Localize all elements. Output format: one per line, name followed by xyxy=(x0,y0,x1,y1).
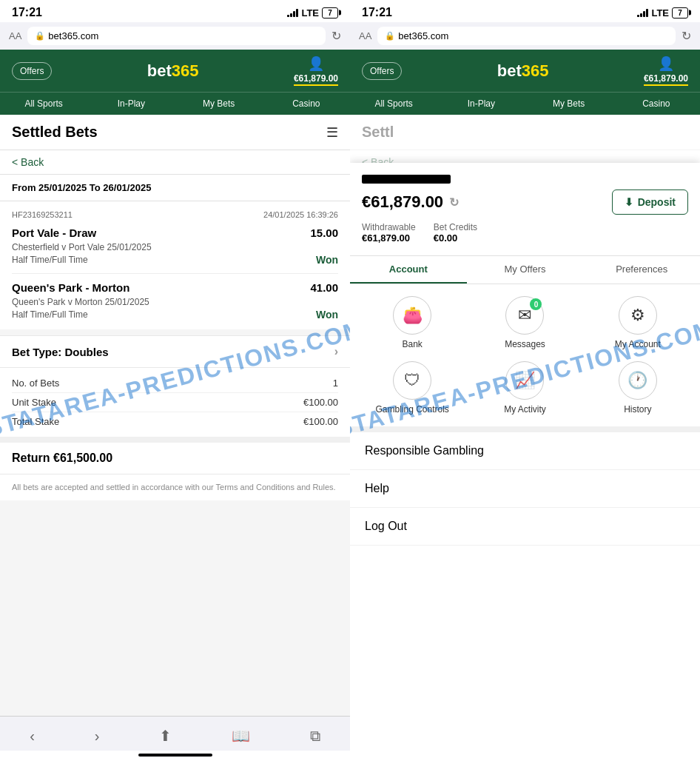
bet-summary-left: No. of Bets 1 Unit Stake €100.00 Total S… xyxy=(0,367,350,437)
nav-all-sports-right[interactable]: All Sports xyxy=(350,93,437,115)
deposit-icon: ⬇ xyxy=(625,196,633,208)
ios-forward-left[interactable]: › xyxy=(89,725,106,748)
bank-item[interactable]: 👛 Bank xyxy=(362,296,462,349)
messages-item[interactable]: ✉ 0 Messages xyxy=(474,296,575,349)
back-link-left[interactable]: < Back xyxy=(0,150,350,175)
refresh-icon-right[interactable]: ↻ xyxy=(682,29,691,43)
balance-row-dropdown: €61,879.00 ↻ ⬇ Deposit xyxy=(362,190,688,215)
status-icons-right: LTE 7 xyxy=(637,7,688,19)
gambling-controls-item[interactable]: 🛡 Gambling Controls xyxy=(362,361,462,415)
nav-mybets-left[interactable]: My Bets xyxy=(175,93,263,115)
total-stake-label-left: Total Stake xyxy=(12,416,59,427)
nav-bar-right: All Sports In-Play My Bets Casino xyxy=(350,92,700,115)
my-account-label: My Account xyxy=(615,339,661,349)
chevron-right-left: › xyxy=(334,345,338,358)
app-header-left: Offers bet365 👤 €61,879.00 xyxy=(0,50,350,92)
responsible-gambling-item[interactable]: Responsible Gambling xyxy=(350,432,700,470)
tab-account[interactable]: Account xyxy=(350,256,467,284)
status-bar-left: 17:21 LTE 7 xyxy=(0,0,350,22)
summary-row-total-left: Total Stake €100.00 xyxy=(12,412,338,431)
deposit-button[interactable]: ⬇ Deposit xyxy=(612,190,688,215)
nav-all-sports-left[interactable]: All Sports xyxy=(0,93,87,115)
withdrawable-label: Withdrawable xyxy=(362,222,416,232)
messages-icon-circle: ✉ 0 xyxy=(505,296,544,335)
summary-row-bets-left: No. of Bets 1 xyxy=(12,374,338,393)
ios-bookmarks-left[interactable]: 📖 xyxy=(226,724,256,748)
right-phone-panel: 17:21 LTE 7 AA 🔒 bet365.com ↻ Offers bet… xyxy=(350,0,700,758)
page-title-right-bg: Settl xyxy=(362,124,394,141)
lte-label-left: LTE xyxy=(301,7,319,19)
nav-inplay-left[interactable]: In-Play xyxy=(87,93,175,115)
ios-tabs-left[interactable]: ⧉ xyxy=(304,725,326,748)
refresh-balance-btn[interactable]: ↻ xyxy=(449,195,459,209)
url-bar-right[interactable]: 🔒 bet365.com xyxy=(377,27,676,45)
status-icons-left: LTE 7 xyxy=(287,7,338,19)
history-item[interactable]: 🕐 History xyxy=(588,361,688,415)
browser-aa-right: AA xyxy=(359,30,371,41)
browser-bar-left: AA 🔒 bet365.com ↻ xyxy=(0,22,350,50)
offers-button-left[interactable]: Offers xyxy=(12,62,52,80)
balance-main-dropdown: €61,879.00 ↻ xyxy=(362,192,459,212)
withdrawable-val: €61,879.00 xyxy=(362,232,416,244)
bet-ref-row-left: HF23169253211 24/01/2025 16:39:26 xyxy=(12,210,338,219)
tab-preferences[interactable]: Preferences xyxy=(583,256,700,284)
app-header-right: Offers bet365 👤 €61,879.00 xyxy=(350,50,700,92)
page-title-left: Settled Bets xyxy=(12,124,98,141)
logout-item[interactable]: Log Out xyxy=(350,508,700,546)
tab-my-offers[interactable]: My Offers xyxy=(467,256,584,284)
help-item[interactable]: Help xyxy=(350,470,700,508)
account-dropdown[interactable]: €61,879.00 ↻ ⬇ Deposit Withdrawable €61,… xyxy=(350,163,700,758)
bet-type-row-left[interactable]: Bet Type: Doubles › xyxy=(0,335,350,367)
url-text-right: bet365.com xyxy=(398,30,448,41)
menu-icon-left[interactable]: ☰ xyxy=(326,124,338,141)
account-area-right[interactable]: 👤 €61,879.00 xyxy=(644,56,688,86)
bank-icon: 👛 xyxy=(403,306,423,325)
balance-right: €61,879.00 xyxy=(644,73,688,86)
account-icon-right: 👤 xyxy=(658,56,674,72)
history-icon-circle: 🕐 xyxy=(619,361,657,400)
ios-back-left[interactable]: ‹ xyxy=(24,725,41,748)
lock-icon-left: 🔒 xyxy=(35,31,45,41)
my-activity-icon: 📈 xyxy=(515,371,535,390)
nav-casino-left[interactable]: Casino xyxy=(263,93,350,115)
balance-sub: Withdrawable €61,879.00 Bet Credits €0.0… xyxy=(362,222,688,244)
signal-icon-right xyxy=(637,8,648,17)
left-phone-panel: 17:21 LTE 7 AA 🔒 bet365.com ↻ Offers bet… xyxy=(0,0,350,758)
brand-logo-left: bet365 xyxy=(147,61,199,81)
nav-casino-right[interactable]: Casino xyxy=(613,93,700,115)
my-account-item[interactable]: ⚙ My Account xyxy=(588,296,688,349)
my-account-icon: ⚙ xyxy=(630,306,645,325)
browser-bar-right: AA 🔒 bet365.com ↻ xyxy=(350,22,700,50)
bank-icon-circle: 👛 xyxy=(393,296,431,335)
nav-bar-left: All Sports In-Play My Bets Casino xyxy=(0,92,350,115)
deposit-label: Deposit xyxy=(638,196,676,208)
bet-card-left: HF23169253211 24/01/2025 16:39:26 Port V… xyxy=(0,201,350,329)
bet2-selection-left: Queen's Park - Morton 41.00 xyxy=(12,281,338,294)
refresh-icon-left[interactable]: ↻ xyxy=(332,29,341,43)
url-bar-left[interactable]: 🔒 bet365.com xyxy=(27,27,326,45)
bet2-result-left: Won xyxy=(316,309,338,321)
my-account-icon-circle: ⚙ xyxy=(619,296,657,335)
return-label-left: Return €61,500.00 xyxy=(12,452,112,464)
nav-mybets-right[interactable]: My Bets xyxy=(525,93,613,115)
total-stake-val-left: €100.00 xyxy=(303,416,338,427)
no-bets-val-left: 1 xyxy=(333,378,338,389)
summary-row-unit-left: Unit Stake €100.00 xyxy=(12,393,338,412)
url-text-left: bet365.com xyxy=(48,30,98,41)
ios-share-left[interactable]: ⬆ xyxy=(153,724,178,748)
history-label: History xyxy=(624,404,651,415)
messages-icon: ✉ xyxy=(518,306,531,325)
offers-button-right[interactable]: Offers xyxy=(362,62,402,80)
account-icon-left: 👤 xyxy=(308,56,324,72)
account-area-left[interactable]: 👤 €61,879.00 xyxy=(294,56,338,86)
bet-type-label-left: Bet Type: Doubles xyxy=(12,346,109,358)
bet-ref-left: HF23169253211 xyxy=(12,210,73,219)
gambling-controls-icon: 🛡 xyxy=(404,371,420,390)
my-activity-item[interactable]: 📈 My Activity xyxy=(474,361,575,415)
lock-icon-right: 🔒 xyxy=(385,31,395,41)
bet1-result-left: Won xyxy=(316,254,338,266)
nav-inplay-right[interactable]: In-Play xyxy=(437,93,525,115)
messages-label: Messages xyxy=(505,339,545,349)
bet2-market-row-left: Half Time/Full Time Won xyxy=(12,309,338,321)
bet1-market-left: Half Time/Full Time xyxy=(12,255,88,265)
